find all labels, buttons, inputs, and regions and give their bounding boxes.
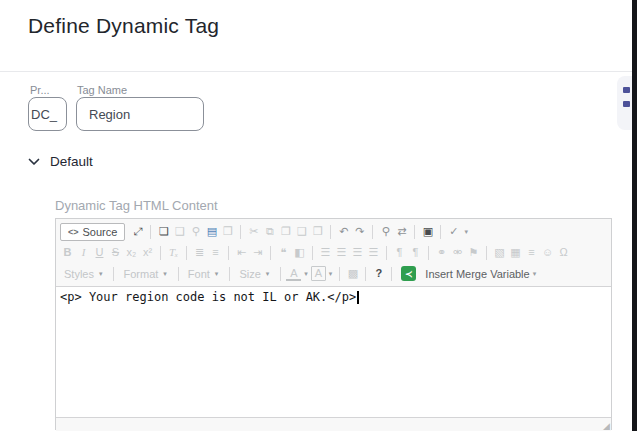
paste-word-icon[interactable]: ❒ [310,225,325,238]
size-combo[interactable]: Size▾ [235,268,275,280]
subscript-icon[interactable]: x₂ [124,246,139,259]
underline-icon[interactable]: U [92,246,107,259]
remove-format-icon[interactable]: Tₓ [166,246,181,259]
print-icon[interactable]: ❒ [220,225,235,238]
paste-text-icon[interactable]: ❑ [294,225,309,238]
toolbar-separator [150,225,151,239]
source-icon: <> [68,227,79,237]
toolbar-separator [113,267,114,281]
bold-icon[interactable]: B [60,246,75,259]
tag-name-label: Tag Name [77,84,127,96]
superscript-icon[interactable]: x² [140,246,155,259]
toolbar-separator [228,246,229,260]
justify-icon[interactable]: ☰ [366,246,381,259]
preview-icon[interactable]: ⚲ [188,225,203,238]
dropdown-caret-icon: ▾ [266,270,270,278]
dropdown-caret-icon: ▾ [163,270,167,278]
dropdown-caret-icon: ▾ [215,270,219,278]
anchor-icon[interactable]: ⚑ [466,246,481,259]
maximize-icon[interactable]: ⤢ [130,225,145,238]
toolbar-separator [386,246,387,260]
rich-text-editor: <>Source⤢❏❑⚲▤❒✂⧉❐❑❒↶↷⚲⇄▣✓▾BIUSx₂x²Tₓ≣≡⇤⇥… [55,218,612,430]
horizontal-rule-icon[interactable]: ≡ [524,246,539,259]
bidi-rtl-icon[interactable]: ¶ [408,246,423,259]
page-title: Define Dynamic Tag [28,14,219,38]
tag-name-input[interactable] [76,97,204,131]
italic-icon[interactable]: I [76,246,91,259]
outdent-icon[interactable]: ⇤ [234,246,249,259]
toolbar-separator [270,246,271,260]
toolbar-separator [414,225,415,239]
merge-variable-button[interactable]: ≺ [401,266,416,281]
toolbar-separator [486,246,487,260]
table-icon[interactable]: ▦ [508,246,523,259]
templates-icon[interactable]: ▤ [204,225,219,238]
div-container-icon[interactable]: ◧ [292,246,307,259]
dropdown-caret-icon: ▾ [533,270,537,278]
page-edge-strip [632,0,637,431]
editor-source-area[interactable]: <p> Your region code is not IL or AK.</p… [56,287,611,417]
format-combo-label: Format [123,268,158,280]
font-combo[interactable]: Font▾ [184,268,225,280]
smiley-icon[interactable]: ☺ [540,246,555,259]
paste-icon[interactable]: ❐ [278,225,293,238]
source-button-label: Source [83,226,118,238]
insert-merge-variable-label[interactable]: Insert Merge Variable [425,268,529,280]
copy-icon[interactable]: ⧉ [262,225,277,238]
toolbar-separator [428,246,429,260]
bidi-ltr-icon[interactable]: ¶ [392,246,407,259]
editor-statusbar: ◢ [56,417,611,431]
toolbar-separator [372,225,373,239]
cutoff-side-button[interactable] [617,76,632,130]
toolbar-separator [440,225,441,239]
text-color-icon[interactable]: A [286,267,301,281]
align-right-icon[interactable]: ☰ [350,246,365,259]
link-icon[interactable]: ⚭ [434,246,449,259]
bg-color-icon[interactable]: A [311,266,326,281]
dropdown-caret-icon: ▾ [99,270,103,278]
redo-icon[interactable]: ↷ [352,225,367,238]
find-icon[interactable]: ⚲ [378,225,393,238]
toolbar-separator [312,246,313,260]
toolbar-separator [330,225,331,239]
toolbar-separator [240,225,241,239]
editor-field-label: Dynamic Tag HTML Content [55,198,218,213]
cut-icon[interactable]: ✂ [246,225,261,238]
text-cursor [357,291,359,304]
special-char-icon[interactable]: Ω [556,246,571,259]
align-left-icon[interactable]: ☰ [318,246,333,259]
dropdown-caret-icon: ▾ [464,228,468,236]
indent-icon[interactable]: ⇥ [250,246,265,259]
blockquote-icon[interactable]: ❝ [276,246,291,259]
image-icon[interactable]: ▧ [492,246,507,259]
header-divider [0,71,637,72]
cutoff-icon-bar [623,87,630,93]
new-page-icon[interactable]: ❏ [156,225,171,238]
toolbar-separator [160,246,161,260]
replace-icon[interactable]: ⇄ [394,225,409,238]
prefix-input[interactable] [28,97,67,131]
dropdown-caret-icon: ▾ [304,270,308,278]
numbered-list-icon[interactable]: ≣ [192,246,207,259]
spell-check-icon[interactable]: ✓ [446,225,461,238]
toolbar-separator [339,267,340,281]
strikethrough-icon[interactable]: S [108,246,123,259]
format-combo[interactable]: Format▾ [119,268,172,280]
show-blocks-icon[interactable]: ▩ [345,267,360,280]
styles-combo-label: Styles [64,268,94,280]
resize-grip-icon[interactable]: ◢ [603,422,610,431]
select-all-icon[interactable]: ▣ [420,225,435,238]
default-section-toggle[interactable]: Default [28,154,93,169]
toolbar-separator [229,267,230,281]
align-center-icon[interactable]: ☰ [334,246,349,259]
toolbar-separator [178,267,179,281]
default-section-label: Default [50,154,93,169]
about-icon[interactable]: ? [371,267,386,280]
chevron-down-icon [28,158,40,166]
styles-combo[interactable]: Styles▾ [60,268,108,280]
bulleted-list-icon[interactable]: ≡ [208,246,223,259]
save-icon[interactable]: ❑ [172,225,187,238]
unlink-icon[interactable]: ⚮ [450,246,465,259]
undo-icon[interactable]: ↶ [336,225,351,238]
source-button[interactable]: <>Source [60,223,125,241]
